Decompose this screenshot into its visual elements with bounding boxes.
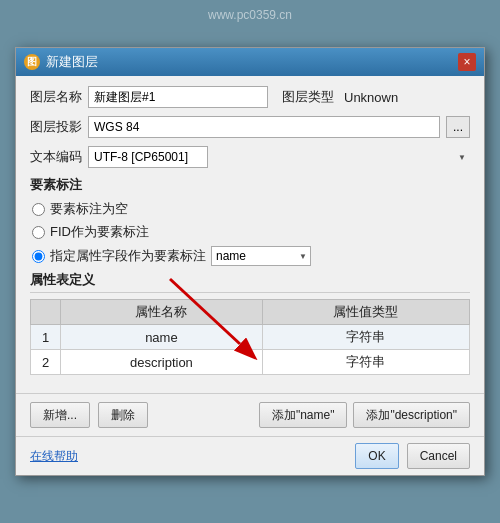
row-name: description (61, 350, 263, 375)
footer-left: 新增... 删除 (30, 402, 148, 428)
attr-table: 属性名称 属性值类型 1 name 字符串 2 description 字符串 (30, 299, 470, 375)
projection-label: 图层投影 (30, 118, 82, 136)
watermark: www.pc0359.cn (0, 8, 500, 22)
close-button[interactable]: × (458, 53, 476, 71)
encoding-label: 文本编码 (30, 148, 82, 166)
projection-dots-button[interactable]: ... (446, 116, 470, 138)
layer-name-label: 图层名称 (30, 88, 82, 106)
attr-select-wrapper: name (211, 246, 311, 266)
radio-fid[interactable] (32, 226, 45, 239)
title-bar-left: 图 新建图层 (24, 53, 98, 71)
attr-select[interactable]: name (211, 246, 311, 266)
attr-table-container: 属性名称 属性值类型 1 name 字符串 2 description 字符串 (30, 299, 470, 375)
dialog-footer: 新增... 删除 添加"name" 添加"description" (16, 393, 484, 436)
title-bar: 图 新建图层 × (16, 48, 484, 76)
encoding-row: 文本编码 UTF-8 [CP65001] (30, 146, 470, 168)
projection-row: 图层投影 ... (30, 116, 470, 138)
table-row: 1 name 字符串 (31, 325, 470, 350)
layer-type-value: Unknown (344, 90, 398, 105)
layer-name-row: 图层名称 图层类型 Unknown (30, 86, 470, 108)
delete-button[interactable]: 删除 (98, 402, 148, 428)
attr-section-title: 属性表定义 (30, 271, 470, 293)
feature-radio-group: 要素标注为空 FID作为要素标注 指定属性字段作为要素标注 name (30, 200, 470, 266)
radio-empty[interactable] (32, 203, 45, 216)
col-header-name: 属性名称 (61, 300, 263, 325)
help-link[interactable]: 在线帮助 (30, 448, 78, 465)
radio-attr-label[interactable]: 指定属性字段作为要素标注 (50, 247, 206, 265)
add-name-button[interactable]: 添加"name" (259, 402, 348, 428)
row-name: name (61, 325, 263, 350)
col-header-type: 属性值类型 (262, 300, 469, 325)
footer-right: 添加"name" 添加"description" (259, 402, 470, 428)
radio-row-empty: 要素标注为空 (30, 200, 470, 218)
radio-fid-label[interactable]: FID作为要素标注 (50, 223, 149, 241)
table-row: 2 description 字符串 (31, 350, 470, 375)
cancel-button[interactable]: Cancel (407, 443, 470, 469)
layer-name-input[interactable] (88, 86, 268, 108)
ok-button[interactable]: OK (355, 443, 398, 469)
encoding-select[interactable]: UTF-8 [CP65001] (88, 146, 208, 168)
new-button[interactable]: 新增... (30, 402, 90, 428)
radio-attr[interactable] (32, 250, 45, 263)
encoding-select-wrapper: UTF-8 [CP65001] (88, 146, 470, 168)
app-icon: 图 (24, 54, 40, 70)
row-type: 字符串 (262, 350, 469, 375)
dialog-title: 新建图层 (46, 53, 98, 71)
radio-empty-label[interactable]: 要素标注为空 (50, 200, 128, 218)
row-id: 2 (31, 350, 61, 375)
projection-input[interactable] (88, 116, 440, 138)
layer-type-label: 图层类型 (282, 88, 334, 106)
bottom-bar: 在线帮助 OK Cancel (16, 436, 484, 475)
feature-section-title: 要素标注 (30, 176, 470, 194)
ok-cancel-group: OK Cancel (355, 443, 470, 469)
row-type: 字符串 (262, 325, 469, 350)
add-desc-button[interactable]: 添加"description" (353, 402, 470, 428)
radio-row-attr: 指定属性字段作为要素标注 name (30, 246, 470, 266)
col-header-id (31, 300, 61, 325)
dialog-window: 图 新建图层 × 图层名称 图层类型 Unknown 图层投影 ... 文本编码… (15, 47, 485, 476)
row-id: 1 (31, 325, 61, 350)
radio-row-fid: FID作为要素标注 (30, 223, 470, 241)
dialog-body: 图层名称 图层类型 Unknown 图层投影 ... 文本编码 UTF-8 [C… (16, 76, 484, 393)
